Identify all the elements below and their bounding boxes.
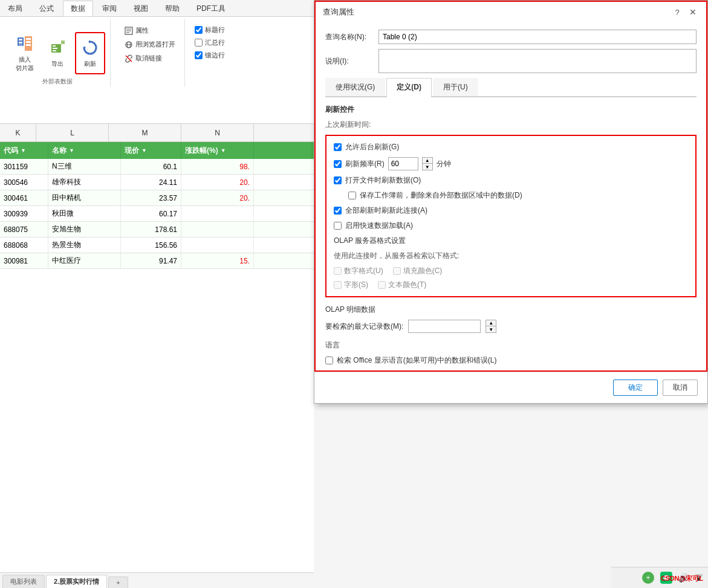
olap-font-label: 字形(S): [344, 280, 368, 290]
freq-label: 刷新频率(R): [345, 159, 385, 169]
language-checkbox[interactable]: [325, 357, 333, 364]
freq-spin-buttons: ▲ ▼: [422, 157, 433, 170]
cell-price-4: 178.61: [121, 222, 181, 237]
tab-data[interactable]: 数据: [63, 1, 93, 16]
tab-view[interactable]: 视图: [126, 1, 156, 16]
description-row: 说明(I):: [325, 49, 697, 73]
insert-slicer-button[interactable]: 插入 切片器: [10, 32, 40, 74]
ok-button[interactable]: 确定: [613, 380, 658, 396]
sheet-tab-stocks[interactable]: 2.股票实时行情: [46, 575, 107, 588]
filter-icon-name[interactable]: ▼: [69, 147, 74, 153]
tab-formula[interactable]: 公式: [31, 1, 62, 16]
table-header-row: 代码 ▼ 名称 ▼ 现价 ▼ 涨跌幅(%) ▼: [0, 142, 314, 159]
cancel-button[interactable]: 取消: [663, 380, 698, 396]
olap-fill-label: 填充颜色(C): [403, 266, 443, 276]
open-refresh-checkbox[interactable]: [334, 176, 342, 184]
olap-text-color-checkbox[interactable]: [378, 281, 386, 289]
all-refresh-checkbox[interactable]: [334, 207, 342, 215]
freq-spin-up[interactable]: ▲: [423, 158, 432, 164]
tab-help[interactable]: 帮助: [157, 1, 187, 16]
col-header-k: K: [0, 124, 36, 141]
olap-font-checkbox[interactable]: [334, 281, 342, 289]
cell-change-3: [181, 206, 254, 221]
open-refresh-check-row: 打开文件时刷新数据(O): [334, 175, 688, 186]
tab-usage[interactable]: 使用状况(G): [325, 78, 385, 96]
filter-icon-code[interactable]: ▼: [21, 147, 26, 153]
unlink-label: 取消链接: [135, 54, 162, 63]
language-check-label: 检索 Office 显示语言(如果可用)中的数据和错误(L): [337, 355, 496, 366]
summary-row-label: 汇总行: [205, 38, 225, 47]
svg-rect-5: [26, 38, 31, 40]
excel-table: 代码 ▼ 名称 ▼ 现价 ▼ 涨跌幅(%) ▼ 301159 N三维 60.1 …: [0, 142, 314, 269]
unlink-icon: [125, 54, 133, 63]
title-row-checkbox[interactable]: [195, 26, 203, 34]
properties-button[interactable]: 属性: [120, 24, 180, 37]
cell-name-6: 中红医疗: [48, 253, 121, 268]
open-browser-button[interactable]: 用浏览器打开: [120, 38, 180, 51]
fast-load-check-row: 启用快速数据加载(A): [334, 221, 688, 231]
title-row-label: 标题行: [205, 25, 225, 34]
tab-definition[interactable]: 定义(D): [386, 78, 432, 97]
language-check-row: 检索 Office 显示语言(如果可用)中的数据和错误(L): [325, 355, 697, 366]
refresh-button[interactable]: 刷新: [75, 32, 105, 74]
max-records-spin-down[interactable]: ▼: [486, 326, 496, 332]
fast-load-checkbox[interactable]: [334, 222, 342, 230]
freq-checkbox[interactable]: [334, 160, 342, 168]
sheet-tab-movies[interactable]: 电影列表: [2, 575, 45, 588]
max-records-group: 要检索的最大记录数(M): ▲ ▼: [325, 320, 697, 333]
open-browser-label: 用浏览器打开: [135, 40, 175, 49]
help-button[interactable]: ?: [671, 6, 683, 18]
unlink-button[interactable]: 取消链接: [120, 52, 180, 65]
sheet-tab-add[interactable]: +: [108, 577, 128, 588]
table-row: 300461 田中精机 23.57 20.: [0, 190, 314, 206]
cell-name-4: 安旭生物: [48, 222, 121, 237]
query-name-row: 查询名称(N):: [325, 30, 697, 44]
summary-row-check-row: 汇总行: [195, 37, 225, 48]
slicer-icon: [15, 34, 34, 53]
olap-fill-checkbox[interactable]: [393, 267, 401, 275]
table-row: 688075 安旭生物 178.61: [0, 222, 314, 237]
cell-code-0: 301159: [0, 159, 48, 174]
header-name: 名称 ▼: [48, 142, 121, 159]
cell-price-3: 60.17: [121, 206, 181, 221]
banded-row-label: 镶边行: [205, 51, 225, 60]
dialog-tabs: 使用状况(G) 定义(D) 用于(U): [325, 78, 697, 97]
export-button[interactable]: 导出: [42, 32, 73, 74]
freq-value-input[interactable]: [388, 157, 418, 170]
olap-row-1: 数字格式(U) 填充颜色(C): [334, 266, 688, 276]
tab-used-in[interactable]: 用于(U): [433, 78, 478, 96]
filter-icon-change[interactable]: ▼: [221, 147, 226, 153]
olap-detail-section: OLAP 明细数据 要检索的最大记录数(M): ▲ ▼: [325, 305, 697, 333]
freq-check-row: 刷新频率(R) ▲ ▼ 分钟: [334, 157, 688, 170]
freq-spin-down[interactable]: ▼: [423, 164, 432, 170]
description-input[interactable]: [378, 49, 697, 73]
query-name-label: 查询名称(N):: [325, 32, 374, 42]
save-delete-checkbox[interactable]: [348, 192, 356, 199]
summary-row-checkbox[interactable]: [195, 39, 203, 47]
svg-rect-3: [19, 45, 22, 45]
bg-refresh-label: 允许后台刷新(G): [345, 142, 399, 152]
table-style-checks: 标题行 汇总行 镶边行: [195, 24, 225, 61]
column-headers: K L M N: [0, 124, 314, 142]
query-name-input[interactable]: [378, 30, 697, 44]
filter-icon-price[interactable]: ▼: [141, 147, 147, 153]
dialog-footer: 确定 取消: [314, 372, 707, 403]
insert-slicer-label: 插入 切片器: [16, 56, 34, 73]
bg-refresh-checkbox[interactable]: [334, 143, 342, 151]
max-records-spin-up[interactable]: ▲: [486, 320, 496, 326]
tab-pdf[interactable]: PDF工具: [189, 1, 233, 16]
title-row-check-row: 标题行: [195, 24, 225, 36]
header-price: 现价 ▼: [121, 142, 181, 159]
tab-review[interactable]: 审阅: [94, 1, 125, 16]
cell-price-5: 156.56: [121, 237, 181, 253]
max-records-input[interactable]: [408, 320, 481, 333]
cell-code-2: 300461: [0, 190, 48, 205]
olap-number-checkbox[interactable]: [334, 267, 342, 275]
export-label: 导出: [51, 60, 63, 68]
banded-row-checkbox[interactable]: [195, 51, 203, 59]
tab-layout[interactable]: 布局: [0, 1, 30, 16]
close-button[interactable]: ✕: [687, 6, 699, 18]
cell-change-5: [181, 237, 254, 253]
external-data-label: 外部表数据: [42, 77, 73, 86]
cell-name-3: 秋田微: [48, 206, 121, 221]
